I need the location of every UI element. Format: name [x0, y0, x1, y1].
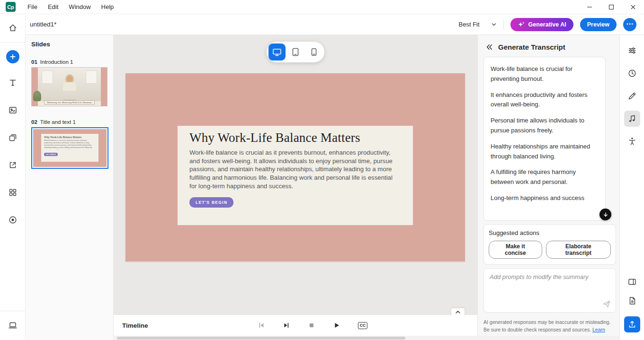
- horizontal-scrollbar: [114, 336, 619, 340]
- generative-ai-button[interactable]: Generative AI: [510, 18, 573, 31]
- media-tool-button[interactable]: [5, 102, 21, 118]
- send-prompt-button[interactable]: [601, 299, 612, 309]
- appearance-button[interactable]: [624, 88, 640, 104]
- audio-button[interactable]: [624, 111, 640, 127]
- captivate-logo: Cp: [6, 2, 16, 12]
- interactions-tool-button[interactable]: [5, 130, 21, 146]
- slide-stage[interactable]: Why Work-Life Balance Matters Work-life …: [125, 73, 465, 262]
- rail-divider: [0, 42, 25, 43]
- collapse-panel-icon[interactable]: [485, 43, 493, 51]
- timing-button[interactable]: [624, 65, 640, 81]
- slide-2-number: 02: [31, 119, 37, 125]
- chevron-up-icon: [455, 310, 461, 314]
- slide-2-label: 02 Title and text 1: [31, 119, 107, 125]
- panel-title: Generate Transcript: [498, 43, 565, 51]
- suggested-actions-label: Suggested actions: [489, 229, 611, 236]
- plant-decoration: [33, 91, 41, 101]
- maximize-icon: [608, 3, 615, 11]
- layers-icon: [8, 133, 18, 142]
- slide-1-caption: "Balancing Act: Mastering Work-Life Harm…: [44, 100, 95, 105]
- menu-edit[interactable]: Edit: [43, 0, 63, 14]
- horizontal-scrollbar-thumb[interactable]: [117, 337, 405, 340]
- generative-ai-label: Generative AI: [528, 21, 566, 28]
- preview-button[interactable]: Preview: [580, 18, 617, 31]
- step-forward-icon: [283, 322, 290, 329]
- menu-file[interactable]: File: [22, 0, 43, 14]
- music-note-icon: [627, 114, 637, 123]
- panel-header: Generate Transcript: [478, 35, 619, 57]
- transcript-paragraph: It enhances productivity and fosters ove…: [491, 90, 599, 110]
- slides-panel-title: Slides: [31, 41, 107, 48]
- home-button[interactable]: [5, 20, 21, 36]
- transcript-paragraph: Work-life balance is crucial for prevent…: [491, 64, 599, 84]
- close-button[interactable]: [622, 0, 644, 14]
- share-arrow-icon: [8, 160, 18, 170]
- slide-1-name: Introduction 1: [40, 59, 73, 65]
- elaborate-transcript-button[interactable]: Elaborate transcript: [546, 241, 611, 259]
- notes-button[interactable]: [624, 293, 640, 309]
- phone-view-button[interactable]: [305, 44, 322, 61]
- transcript-card[interactable]: Work-life balance is crucial for prevent…: [483, 57, 606, 221]
- menu-window[interactable]: Window: [63, 0, 96, 14]
- toolbar: untitled1* Best Fit Generative AI Previe…: [26, 14, 644, 35]
- home-icon: [8, 23, 18, 33]
- slide-content-card[interactable]: Why Work-Life Balance Matters Work-life …: [178, 126, 413, 225]
- desktop-icon: [272, 47, 282, 57]
- transcript-paragraph: Long-term happiness and success: [491, 193, 599, 203]
- export-tool-button[interactable]: [5, 157, 21, 173]
- slide-2-mini-card: Why Work-Life Balance Matters Work-life …: [41, 134, 98, 162]
- clock-icon: [627, 69, 637, 78]
- slide-item-1: 01 Introduction 1: [31, 59, 107, 106]
- menu-help[interactable]: Help: [96, 0, 119, 14]
- plus-icon: [9, 53, 16, 60]
- stop-icon: [308, 322, 315, 329]
- cc-icon: CC: [358, 322, 367, 329]
- slides-panel: Slides 01 Introduction 1: [26, 35, 114, 340]
- transcript-paragraph: Personal time allows individuals to purs…: [491, 116, 599, 136]
- send-icon: [602, 300, 611, 308]
- slide-body-text[interactable]: Work-life balance is crucial as it preve…: [189, 148, 401, 190]
- accessibility-button[interactable]: [624, 133, 640, 149]
- add-button[interactable]: [6, 50, 19, 63]
- minimize-button[interactable]: [579, 0, 600, 14]
- layout-icon: [627, 277, 637, 287]
- slide-1-label: 01 Introduction 1: [31, 59, 107, 65]
- slide-1-number: 01: [31, 59, 37, 65]
- slide-2-thumbnail-selected[interactable]: Why Work-Life Balance Matters Work-life …: [31, 127, 108, 169]
- desktop-view-button[interactable]: [268, 44, 286, 61]
- close-icon: [629, 3, 637, 11]
- record-tool-button[interactable]: [5, 212, 21, 228]
- make-it-concise-button[interactable]: Make it concise: [489, 241, 542, 259]
- maximize-button[interactable]: [600, 0, 622, 14]
- widgets-tool-button[interactable]: [5, 184, 21, 201]
- timeline-label: Timeline: [122, 322, 148, 329]
- publish-share-button[interactable]: [624, 316, 640, 332]
- timeline-expand-button[interactable]: [451, 308, 465, 316]
- slide-cta-button[interactable]: LET'S BEGIN: [189, 197, 233, 208]
- image-icon: [8, 105, 18, 115]
- text-tool-button[interactable]: [5, 75, 21, 91]
- closed-captions-button[interactable]: CC: [358, 322, 367, 329]
- device-preview-button[interactable]: [5, 317, 21, 333]
- prompt-input[interactable]: [484, 269, 616, 312]
- text-icon: [8, 78, 18, 87]
- canvas: Why Work-Life Balance Matters Work-life …: [114, 35, 477, 340]
- play-icon: [333, 322, 340, 329]
- properties-button[interactable]: [624, 43, 640, 59]
- step-forward-button[interactable]: [283, 322, 290, 329]
- previous-slide-button[interactable]: [258, 322, 265, 329]
- zoom-dropdown[interactable]: Best Fit: [459, 21, 497, 28]
- play-button[interactable]: [333, 322, 340, 329]
- transcript-paragraph: Healthy relationships are maintained thr…: [491, 142, 599, 162]
- slide-1-thumbnail[interactable]: "Balancing Act: Mastering Work-Life Harm…: [31, 67, 107, 106]
- scroll-down-button[interactable]: [599, 209, 611, 220]
- stop-button[interactable]: [308, 322, 315, 329]
- more-options-button[interactable]: …: [623, 18, 636, 31]
- app-window: Cp File Edit Window Help: [0, 0, 644, 340]
- timeline-bar: Timeline: [114, 314, 477, 336]
- chevron-down-icon: [491, 22, 497, 27]
- preview-label: Preview: [587, 21, 609, 28]
- slide-title[interactable]: Why Work-Life Balance Matters: [189, 131, 401, 145]
- layout-panel-button[interactable]: [624, 274, 640, 290]
- tablet-view-button[interactable]: [287, 44, 304, 61]
